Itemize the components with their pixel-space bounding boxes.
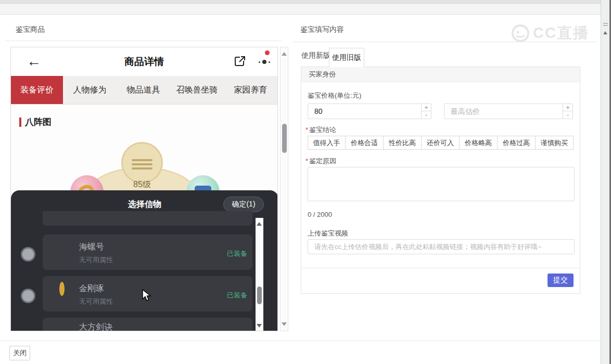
bottom-divider	[0, 341, 611, 341]
reason-textarea[interactable]	[308, 167, 575, 201]
window-top-chrome	[0, 0, 611, 15]
more-menu-icon[interactable]	[259, 60, 278, 64]
product-preview-panel: ← 商品详情 装备评价 人物修为 物品道具 召唤兽坐骑 家园养育 八阵图	[10, 47, 278, 331]
window-scrollbar[interactable]	[601, 0, 609, 364]
decrement-button[interactable]: -	[563, 111, 572, 119]
price-spinner: + -	[421, 104, 431, 119]
window-top-strip	[0, 0, 611, 4]
phone-tab-character[interactable]: 人物修为	[63, 76, 117, 104]
increment-button[interactable]: +	[422, 104, 431, 111]
level-badge: 85级	[116, 179, 168, 190]
conclusion-fair-price[interactable]: 价格合适	[346, 136, 384, 150]
equipped-badge: 已装备	[227, 249, 247, 258]
conclusion-label: 鉴宝结论	[306, 125, 336, 135]
conclusion-worth-buying[interactable]: 值得入手	[308, 136, 346, 150]
radio-ring[interactable]	[22, 290, 34, 302]
left-header-divider	[5, 41, 281, 41]
right-header-divider	[293, 42, 597, 42]
price-label: 鉴宝价格(单位:元)	[308, 91, 361, 100]
notification-dot	[265, 50, 270, 55]
max-price-spinner: + -	[563, 104, 572, 119]
phone-tab-home[interactable]: 家园养育	[224, 76, 277, 104]
formation-hub-icon[interactable]	[121, 142, 163, 184]
phone-header: ← 商品详情	[11, 47, 277, 76]
scroll-up-icon[interactable]	[603, 29, 607, 34]
left-panel-title: 鉴宝商品	[16, 25, 45, 34]
decrement-button[interactable]: -	[422, 111, 431, 119]
scroll-up-icon[interactable]	[282, 49, 287, 56]
equipped-badge: 已装备	[227, 291, 247, 300]
cc-logo-icon	[511, 24, 530, 43]
preview-scrollbar[interactable]	[280, 47, 288, 331]
share-icon[interactable]	[234, 55, 246, 70]
close-button[interactable]: 关闭	[9, 346, 30, 360]
mouse-cursor	[142, 289, 152, 302]
cc-watermark: CC直播	[511, 23, 600, 44]
confirm-button[interactable]: 确定(1)	[223, 197, 264, 212]
buyer-identity-bar: 买家身份	[301, 67, 580, 82]
scroll-down-icon[interactable]	[282, 322, 287, 329]
phone-tab-bar: 装备评价 人物修为 物品道具 召唤兽坐骑 家园养育	[11, 76, 277, 105]
phone-tab-equipment[interactable]: 装备评价	[11, 76, 63, 104]
increment-button[interactable]: +	[563, 104, 572, 111]
video-link-input[interactable]	[308, 239, 575, 254]
gold-ring-icon	[77, 183, 95, 190]
radio-conch[interactable]	[22, 249, 34, 260]
phone-tab-items[interactable]: 物品道具	[117, 76, 170, 104]
sheet-list-scrollbar[interactable]	[256, 218, 263, 331]
reason-label: 鉴定原因	[306, 157, 336, 166]
conclusion-buy-carefully[interactable]: 谨慎购买	[536, 136, 574, 150]
section-heading-bar	[19, 118, 21, 127]
conclusion-too-high[interactable]: 价格过高	[498, 136, 536, 150]
form-footer: 提交	[301, 268, 580, 294]
max-price-input-wrap: + -	[444, 103, 573, 119]
phone-content-area: 八阵图 85级	[11, 105, 277, 190]
submit-button[interactable]: 提交	[548, 274, 574, 287]
price-input[interactable]	[308, 104, 421, 119]
scroll-down-icon[interactable]	[257, 324, 262, 330]
tab-use-old-version[interactable]: 使用旧版	[329, 48, 364, 67]
section-heading: 八阵图	[19, 116, 52, 128]
right-panel-title: 鉴宝填写内容	[300, 25, 344, 34]
conclusion-good-value[interactable]: 性价比高	[384, 136, 422, 150]
list-item-partial-top[interactable]	[43, 211, 252, 226]
scrollbar-thumb[interactable]	[257, 287, 262, 304]
phone-tab-summons[interactable]: 召唤兽坐骑	[170, 76, 224, 104]
max-price-input[interactable]	[444, 104, 562, 119]
gold-ring-item-icon	[59, 282, 65, 296]
list-item-partial-bottom[interactable]: 大方剑诀	[43, 318, 252, 331]
blue-item-icon	[195, 186, 211, 190]
conclusion-bargain-ok[interactable]: 还价可入	[422, 136, 460, 150]
scrollbar-grip[interactable]	[603, 23, 608, 24]
scrollbar-thumb[interactable]	[282, 124, 287, 153]
conclusion-slightly-high[interactable]: 价格略高	[460, 136, 498, 150]
char-counter: 0 / 2000	[308, 211, 332, 218]
price-input-wrap: + -	[308, 103, 431, 119]
appraisal-form: 买家身份 鉴宝价格(单位:元) + - + - 鉴宝结论 值得入手 价格合适 性…	[301, 67, 580, 294]
conclusion-button-group: 值得入手 价格合适 性价比高 还价可入 价格略高 价格过高 谨慎购买	[308, 136, 574, 150]
list-item-conch[interactable]: 海螺号 无可用属性 已装备	[43, 235, 252, 270]
video-label: 上传鉴宝视频	[308, 229, 348, 238]
scroll-up-icon[interactable]	[257, 219, 262, 226]
equipment-orb-item[interactable]	[186, 175, 220, 190]
